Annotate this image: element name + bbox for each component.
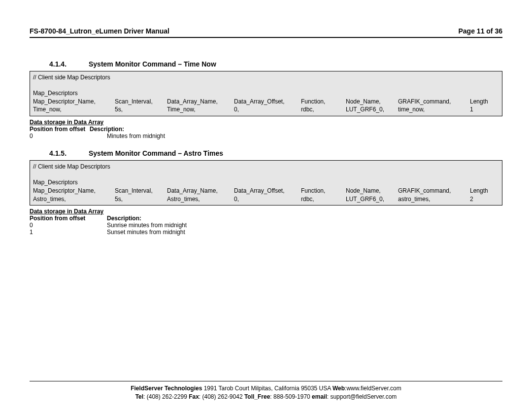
storage-cell: 0 bbox=[30, 222, 107, 229]
storage-cell: Sunset minutes from midnight bbox=[107, 229, 185, 236]
col-header: GRAFIK_command, bbox=[398, 187, 470, 195]
col-header: Function, bbox=[301, 98, 346, 106]
storage-cell: Minutes from midnight bbox=[107, 133, 165, 139]
footer-tel-label: Tel bbox=[135, 393, 143, 400]
storage-header: Position from offset Description: bbox=[30, 215, 502, 222]
cell: 1 bbox=[470, 105, 498, 114]
cell: Astro_times, bbox=[33, 195, 115, 204]
code-declare: Map_Descriptors bbox=[33, 89, 499, 98]
code-comment: // Client side Map Descriptors bbox=[33, 73, 499, 82]
storage-data-row: 0 Minutes from midnight bbox=[30, 133, 502, 139]
section-415: 4.1.5. System Monitor Command – Astro Ti… bbox=[30, 149, 502, 236]
col-header: Data_Array_Name, bbox=[167, 98, 234, 106]
cell: LUT_GRF6_0, bbox=[346, 105, 398, 114]
storage-col-header: Description: bbox=[90, 126, 124, 133]
footer-web-label: Web bbox=[332, 385, 345, 392]
footer-email-label: email bbox=[312, 393, 327, 400]
col-header: Scan_Interval, bbox=[115, 98, 167, 106]
section-number: 4.1.5. bbox=[49, 149, 89, 157]
storage-title: Data storage in Data Array bbox=[30, 208, 502, 215]
footer-email-value: : support@fieldServer.com bbox=[327, 393, 397, 400]
cell: time_now, bbox=[398, 105, 470, 114]
code-header-row: Map_Descriptor_Name, Scan_Interval, Data… bbox=[33, 187, 499, 195]
cell: Time_now, bbox=[167, 105, 234, 114]
footer-address: 1991 Tarob Court Milpitas, California 95… bbox=[202, 385, 332, 392]
footer-fax-value: : (408) 262-9042 bbox=[199, 393, 244, 400]
section-heading: 4.1.4. System Monitor Command – Time Now bbox=[30, 60, 502, 68]
storage-data-row: 1 Sunset minutes from midnight bbox=[30, 229, 502, 236]
storage-cell: 0 bbox=[30, 133, 107, 139]
page-number: Page 11 of 36 bbox=[459, 27, 503, 35]
code-header-row: Map_Descriptor_Name, Scan_Interval, Data… bbox=[33, 98, 499, 106]
footer-tel-value: : (408) 262-2299 bbox=[143, 393, 189, 400]
footer-company: FieldServer Technologies bbox=[131, 385, 202, 392]
cell: LUT_GRF6_0, bbox=[346, 195, 398, 204]
col-header: Data_Array_Offset, bbox=[234, 98, 301, 106]
cell: rdbc, bbox=[301, 195, 346, 204]
doc-title: FS-8700-84_Lutron_eLumen Driver Manual bbox=[30, 27, 169, 35]
code-data-row: Time_now, 5s, Time_now, 0, rdbc, LUT_GRF… bbox=[33, 105, 499, 114]
storage-data-row: 0 Sunrise minutes from midnight bbox=[30, 222, 502, 229]
storage-cell: Sunrise minutes from midnight bbox=[107, 222, 187, 229]
storage-col-header: Position from offset bbox=[30, 126, 90, 133]
cell: 2 bbox=[470, 195, 498, 204]
cell: rdbc, bbox=[301, 105, 346, 114]
storage-title: Data storage in Data Array bbox=[30, 119, 502, 126]
col-header: Scan_Interval, bbox=[115, 187, 167, 195]
cell: 5s, bbox=[115, 195, 167, 204]
cell: 0, bbox=[234, 105, 301, 114]
section-heading: 4.1.5. System Monitor Command – Astro Ti… bbox=[30, 149, 502, 157]
cell: Astro_times, bbox=[167, 195, 234, 204]
storage-cell: 1 bbox=[30, 229, 107, 236]
footer-tollfree-label: Toll_Free bbox=[244, 393, 270, 400]
code-box: // Client side Map Descriptors Map_Descr… bbox=[30, 160, 502, 206]
code-box: // Client side Map Descriptors Map_Descr… bbox=[30, 71, 502, 116]
footer: FieldServer Technologies 1991 Tarob Cour… bbox=[30, 381, 502, 401]
col-header: Map_Descriptor_Name, bbox=[33, 187, 115, 195]
section-number: 4.1.4. bbox=[49, 60, 89, 68]
section-title: System Monitor Command – Astro Times bbox=[89, 149, 223, 157]
cell: 5s, bbox=[115, 105, 167, 114]
storage-col-header: Description: bbox=[107, 215, 141, 222]
cell: Time_now, bbox=[33, 105, 115, 114]
code-declare: Map_Descriptors bbox=[33, 178, 499, 187]
footer-web-value: :www.fieldServer.com bbox=[345, 385, 401, 392]
col-header: Map_Descriptor_Name, bbox=[33, 98, 115, 106]
page-header: FS-8700-84_Lutron_eLumen Driver Manual P… bbox=[30, 27, 502, 38]
footer-fax-label: Fax bbox=[189, 393, 199, 400]
col-header: Length bbox=[470, 187, 498, 195]
col-header: Length bbox=[470, 98, 498, 106]
section-title: System Monitor Command – Time Now bbox=[89, 60, 216, 68]
col-header: Node_Name, bbox=[346, 187, 398, 195]
cell: astro_times, bbox=[398, 195, 470, 204]
footer-tollfree-value: : 888-509-1970 bbox=[270, 393, 312, 400]
col-header: Node_Name, bbox=[346, 98, 398, 106]
section-414: 4.1.4. System Monitor Command – Time Now… bbox=[30, 60, 502, 139]
code-comment: // Client side Map Descriptors bbox=[33, 163, 499, 171]
col-header: GRAFIK_command, bbox=[398, 98, 470, 106]
storage-header: Position from offset Description: bbox=[30, 126, 502, 133]
col-header: Function, bbox=[301, 187, 346, 195]
code-data-row: Astro_times, 5s, Astro_times, 0, rdbc, L… bbox=[33, 195, 499, 204]
document-page: FS-8700-84_Lutron_eLumen Driver Manual P… bbox=[0, 0, 532, 411]
storage-col-header: Position from offset bbox=[30, 215, 107, 222]
col-header: Data_Array_Offset, bbox=[234, 187, 301, 195]
cell: 0, bbox=[234, 195, 301, 204]
col-header: Data_Array_Name, bbox=[167, 187, 234, 195]
